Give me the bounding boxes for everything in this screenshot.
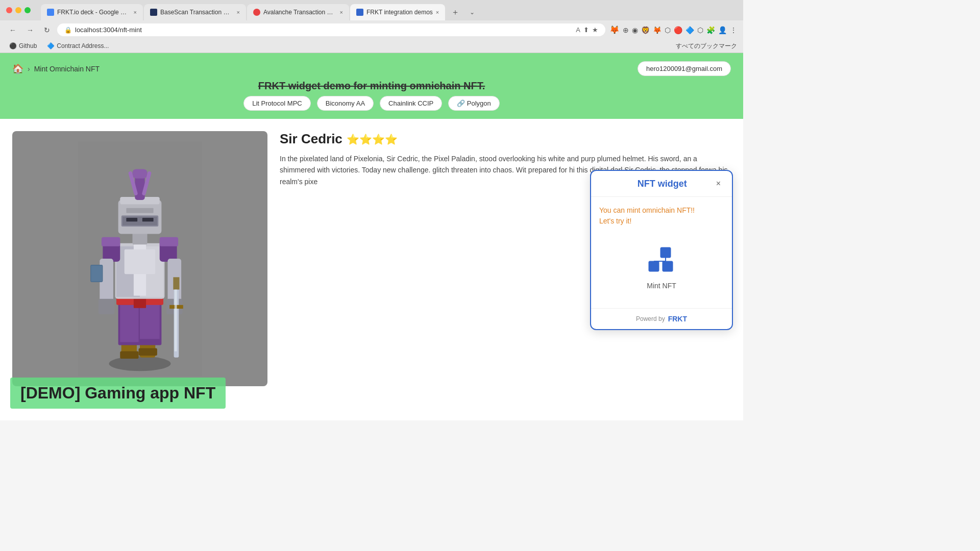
powered-by-text: Powerd by — [636, 315, 665, 322]
pill-biconomy[interactable]: Biconomy AA — [317, 96, 374, 111]
tab-close-icon[interactable]: × — [134, 9, 137, 15]
pill-label: Biconomy AA — [326, 99, 365, 107]
pill-polygon[interactable]: 🔗 Polygon — [448, 96, 500, 111]
pill-label: Chainlink CCIP — [388, 99, 433, 107]
nft-widget: NFT widget × You can mint omnichain NFT!… — [590, 170, 733, 330]
svg-point-1 — [109, 356, 170, 371]
home-icon[interactable]: 🏠 — [12, 63, 23, 74]
contract-address-bookmark[interactable]: 🔷 Contract Address... — [44, 41, 112, 51]
pill-lit-protocol[interactable]: Lit Protocol MPC — [243, 96, 311, 111]
pill-label: 🔗 Polygon — [457, 99, 491, 107]
svg-rect-22 — [99, 299, 114, 314]
demo-label: [DEMO] Gaming app NFT — [10, 378, 226, 409]
url-bar[interactable]: 🔒 localhost:3004/nft-mint A ⬆ ★ — [57, 23, 605, 36]
minimize-button[interactable] — [15, 7, 21, 13]
reload-button[interactable]: ↻ — [41, 24, 53, 36]
widget-mint-label: Mint NFT — [647, 282, 676, 290]
tab-close-icon[interactable]: × — [340, 9, 343, 15]
tab-close-icon[interactable]: × — [237, 9, 240, 15]
browser-chrome: FRKT.io deck - Google スライ... × BaseScan … — [0, 0, 743, 53]
svg-rect-40 — [126, 218, 137, 221]
tab-favicon — [47, 9, 54, 16]
extension-icon7[interactable]: 🔷 — [685, 26, 694, 34]
widget-header: NFT widget × — [591, 171, 732, 197]
widget-text-line2: Let's try it! — [599, 216, 724, 227]
knight-illustration — [58, 141, 222, 376]
tab-frkt-deck[interactable]: FRKT.io deck - Google スライ... × — [41, 4, 143, 20]
address-bar-row: ← → ↻ 🔒 localhost:3004/nft-mint A ⬆ ★ 🦊 … — [0, 20, 743, 39]
page-content: 🏠 › Mint Omnichain NFT hero1200091@gmail… — [0, 53, 743, 420]
extensions-button[interactable]: 🧩 — [706, 26, 715, 34]
site-header: 🏠 › Mint Omnichain NFT hero1200091@gmail… — [0, 53, 743, 119]
url-text: localhost:3004/nft-mint — [75, 26, 142, 34]
share-icon[interactable]: ⬆ — [583, 26, 589, 34]
widget-footer: Powerd by FRKT — [591, 308, 732, 329]
extension-icon2[interactable]: ◉ — [632, 26, 638, 34]
nft-image-container — [12, 131, 267, 386]
extension-icon8[interactable]: ⬡ — [697, 26, 703, 34]
github-bookmark[interactable]: ⚫ Github — [6, 41, 40, 51]
svg-rect-19 — [160, 237, 178, 246]
tab-label: FRKT.io deck - Google スライ... — [57, 8, 131, 17]
nft-blocks-icon — [646, 245, 677, 278]
forward-button[interactable]: → — [23, 24, 37, 36]
bookmarks-all-label: すべてのブックマーク — [676, 42, 737, 51]
tab-frkt-demos[interactable]: FRKT integration demos × — [350, 4, 445, 20]
svg-rect-26 — [173, 277, 179, 289]
svg-rect-7 — [120, 305, 138, 342]
contract-icon: 🔷 — [47, 42, 55, 49]
svg-rect-18 — [102, 237, 120, 246]
svg-rect-5 — [139, 348, 157, 356]
metamask-icon[interactable]: 🦊 — [609, 25, 620, 35]
profile-icon[interactable]: 👤 — [718, 26, 727, 34]
extension-icon6[interactable]: 🔴 — [674, 26, 682, 34]
bookmarks-bar: ⚫ Github 🔷 Contract Address... すべてのブックマー… — [0, 39, 743, 53]
extension-icon4[interactable]: 🦊 — [653, 26, 662, 34]
svg-rect-44 — [663, 261, 673, 271]
nft-name: Sir Cedric — [280, 131, 342, 147]
svg-rect-36 — [132, 169, 147, 178]
new-tab-button[interactable]: ＋ — [446, 4, 464, 20]
tabs-more-button[interactable]: ⌄ — [465, 4, 479, 20]
svg-rect-42 — [660, 247, 671, 258]
frkt-brand: FRKT — [668, 315, 687, 323]
extension-icon3[interactable]: 🦁 — [641, 26, 650, 34]
lock-icon: 🔒 — [64, 27, 72, 34]
tab-label: BaseScan Transaction Hash ... — [160, 9, 234, 16]
svg-rect-41 — [142, 218, 154, 221]
tab-basescan[interactable]: BaseScan Transaction Hash ... × — [144, 4, 246, 20]
svg-rect-27 — [175, 290, 177, 352]
svg-rect-39 — [126, 208, 153, 213]
page-title: FRKT widget demo for minting omnichain N… — [12, 80, 731, 92]
tab-favicon — [150, 9, 157, 16]
nav-pills: Lit Protocol MPC Biconomy AA Chainlink C… — [12, 96, 731, 111]
widget-icon-area: Mint NFT — [599, 235, 724, 300]
maximize-button[interactable] — [24, 7, 31, 13]
tab-favicon — [253, 9, 260, 16]
tab-close-icon[interactable]: × — [436, 9, 439, 15]
toolbar-right: 🦊 ⊕ ◉ 🦁 🦊 ⬡ 🔴 🔷 ⬡ 🧩 👤 ⋮ — [609, 25, 737, 35]
widget-title: NFT widget — [611, 179, 713, 189]
widget-text: You can mint omnichain NFT!! Let's try i… — [599, 205, 724, 227]
menu-button[interactable]: ⋮ — [730, 26, 737, 34]
breadcrumb-separator: › — [28, 65, 30, 73]
pill-label: Lit Protocol MPC — [252, 99, 302, 107]
bookmark-label: Github — [19, 42, 37, 49]
tab-label: Avalanche Transaction Hash ... — [263, 9, 337, 16]
back-button[interactable]: ← — [6, 24, 19, 36]
widget-close-button[interactable]: × — [713, 178, 724, 189]
close-button[interactable] — [6, 7, 12, 13]
svg-rect-4 — [120, 352, 138, 359]
translate-icon[interactable]: A — [576, 26, 580, 34]
widget-text-line1: You can mint omnichain NFT!! — [599, 205, 724, 216]
breadcrumb: 🏠 › Mint Omnichain NFT — [12, 63, 100, 74]
user-email-badge: hero1200091@gmail.com — [638, 61, 731, 76]
svg-rect-43 — [649, 261, 659, 271]
bookmark-star-icon[interactable]: ★ — [592, 26, 598, 34]
tab-avalanche[interactable]: Avalanche Transaction Hash ... × — [247, 4, 349, 20]
widget-body: You can mint omnichain NFT!! Let's try i… — [591, 197, 732, 308]
bookmark-label: Contract Address... — [57, 42, 109, 49]
extension-icon1[interactable]: ⊕ — [623, 26, 629, 34]
pill-chainlink[interactable]: Chainlink CCIP — [380, 96, 442, 111]
extension-icon5[interactable]: ⬡ — [665, 26, 671, 34]
